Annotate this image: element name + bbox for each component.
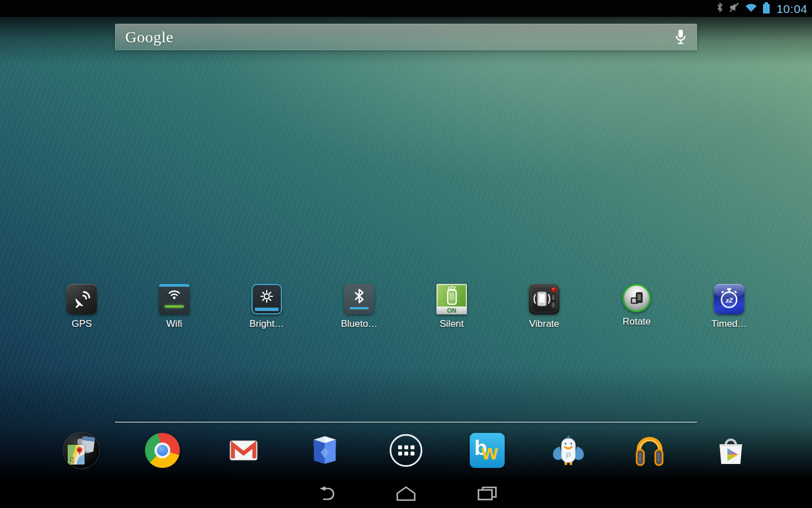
silent-on-text: ON: [447, 308, 457, 314]
navigation-bar: [0, 479, 812, 508]
android-home-screen: 10:04 Google GPS: [0, 0, 812, 508]
dock-item-play-books[interactable]: [284, 429, 365, 472]
wifi-status-icon: [745, 3, 757, 15]
beautiful-widgets-icon: b w: [470, 433, 505, 468]
dock-item-play-store[interactable]: [690, 429, 771, 472]
play-store-icon: [713, 433, 748, 468]
google-logo: Google: [125, 28, 173, 46]
widget-label: Bright…: [249, 318, 284, 330]
widget-silent[interactable]: zZz ON Silent: [405, 284, 498, 330]
bluetooth-toggle-icon: [344, 284, 374, 314]
widget-label: Wifi: [166, 318, 182, 330]
back-icon: [315, 486, 335, 501]
gps-toggle-icon: [67, 284, 97, 314]
back-button[interactable]: [304, 479, 345, 508]
play-music-icon: [632, 433, 667, 468]
widget-wifi[interactable]: Wifi: [128, 284, 220, 330]
widget-timed[interactable]: zZ Timed…: [683, 284, 775, 330]
chrome-icon: [145, 433, 180, 468]
dock-item-chrome[interactable]: [122, 429, 203, 472]
plume-p-letter: P: [566, 451, 571, 460]
silent-state-strip: ON: [436, 306, 467, 314]
status-clock: 10:04: [776, 3, 807, 15]
widget-label: GPS: [72, 318, 92, 330]
map-pin-icon: [77, 447, 82, 453]
bluetooth-status-icon: [716, 2, 723, 15]
brightness-level-bar: [255, 308, 279, 311]
recents-button[interactable]: [467, 479, 508, 508]
widget-bluetooth[interactable]: Blueto…: [313, 284, 405, 330]
microphone-icon: [674, 29, 687, 45]
sun-icon: [259, 290, 274, 306]
dock-item-gmail[interactable]: [203, 429, 284, 472]
dock-item-beautiful-widgets[interactable]: b w: [447, 429, 528, 472]
google-maps-icon: g: [68, 445, 85, 465]
dock-divider: [115, 422, 697, 423]
home-icon: [395, 485, 417, 502]
dock: g: [41, 429, 771, 472]
widget-row: GPS Wifi: [36, 284, 775, 330]
recents-icon: [477, 486, 497, 501]
bluetooth-indicator-bar: [350, 307, 369, 309]
dock-item-play-music[interactable]: [609, 429, 690, 472]
widget-label: Vibrate: [529, 318, 559, 330]
google-maps-folder-icon: g: [63, 432, 99, 468]
vibrate-toggle-icon: [529, 284, 559, 314]
dock-item-plume[interactable]: P: [528, 429, 609, 472]
wifi-toggle-icon: [159, 284, 189, 314]
widget-label: Blueto…: [341, 318, 377, 330]
dock-item-app-drawer[interactable]: [365, 429, 447, 472]
gmail-icon: [226, 433, 261, 468]
app-drawer-icon: [390, 434, 422, 467]
maps-g-letter: g: [69, 453, 74, 465]
home-button[interactable]: [386, 479, 426, 508]
wifi-glyph-icon: [167, 289, 181, 302]
bw-letter-w: w: [482, 442, 498, 463]
timed-silence-icon: zZ: [714, 284, 744, 314]
wifi-on-indicator: [165, 305, 184, 308]
wifi-tile-topbar: [159, 284, 189, 287]
wallpaper[interactable]: [0, 17, 812, 479]
brightness-toggle-icon: [251, 284, 282, 314]
dock-item-maps-folder[interactable]: g: [41, 429, 122, 472]
bluetooth-glyph-icon: [352, 288, 366, 306]
silent-toggle-icon: zZz ON: [436, 284, 467, 314]
voice-search-button[interactable]: [669, 24, 692, 50]
widget-label: Silent: [440, 318, 464, 330]
timer-zz-glyph: zZ: [725, 297, 734, 304]
widget-rotate[interactable]: Rotate: [590, 284, 683, 330]
widget-label: Timed…: [711, 318, 747, 330]
google-search-bar[interactable]: Google: [115, 24, 697, 50]
plume-bird-icon: P: [551, 433, 586, 468]
battery-icon: [763, 4, 770, 14]
rotate-toggle-icon: [623, 284, 651, 312]
widget-gps[interactable]: GPS: [36, 284, 128, 330]
widget-label: Rotate: [623, 316, 651, 327]
mute-status-icon: [729, 2, 739, 15]
play-books-icon: [308, 434, 341, 467]
status-bar[interactable]: 10:04: [0, 0, 812, 17]
widget-brightness[interactable]: Bright…: [220, 284, 313, 330]
widget-vibrate[interactable]: Vibrate: [498, 284, 590, 330]
